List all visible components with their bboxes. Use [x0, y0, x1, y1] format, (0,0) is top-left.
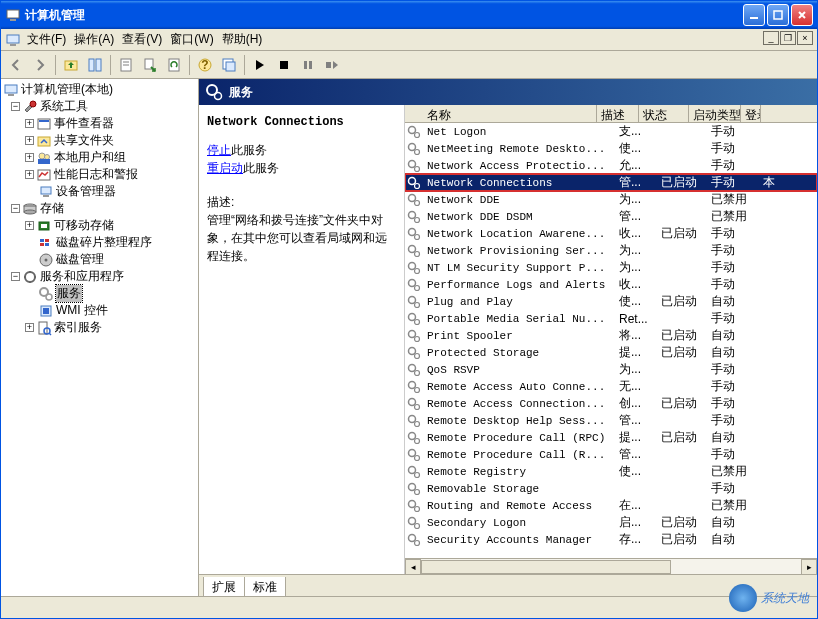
tree-storage[interactable]: − 存储: [3, 200, 196, 217]
refresh-button[interactable]: [163, 54, 185, 76]
service-row[interactable]: Protected Storage提...已启动自动: [405, 344, 817, 361]
expand-icon[interactable]: +: [25, 221, 34, 230]
tree-device-manager[interactable]: 设备管理器: [3, 183, 196, 200]
service-row[interactable]: Network DDE为...已禁用: [405, 191, 817, 208]
pause-service-button[interactable]: [297, 54, 319, 76]
service-row[interactable]: Network Location Awarene...收...已启动手动: [405, 225, 817, 242]
service-row[interactable]: Portable Media Serial Nu...Ret...手动: [405, 310, 817, 327]
menu-view[interactable]: 查看(V): [122, 31, 162, 48]
col-name[interactable]: 名称: [405, 105, 597, 122]
service-row[interactable]: Security Accounts Manager存...已启动自动: [405, 531, 817, 548]
stop-service-link[interactable]: 停止: [207, 143, 231, 157]
expand-icon[interactable]: +: [25, 119, 34, 128]
start-service-button[interactable]: [249, 54, 271, 76]
app-icon: [5, 7, 21, 23]
properties-button[interactable]: [115, 54, 137, 76]
cell-name: Network DDE: [423, 194, 615, 206]
desc-text: 管理“网络和拨号连接”文件夹中对象，在其中您可以查看局域网和远程连接。: [207, 211, 396, 265]
cell-name: Remote Desktop Help Sess...: [423, 415, 615, 427]
restart-service-link[interactable]: 重启动: [207, 161, 243, 175]
service-row[interactable]: Remote Registry使...已禁用: [405, 463, 817, 480]
restart-service-button[interactable]: [321, 54, 343, 76]
help-button[interactable]: ?: [194, 54, 216, 76]
tree-local-users[interactable]: + 本地用户和组: [3, 149, 196, 166]
back-button[interactable]: [5, 54, 27, 76]
scroll-thumb[interactable]: [421, 560, 671, 574]
horizontal-scrollbar[interactable]: ◂ ▸: [405, 558, 817, 574]
svg-rect-21: [326, 62, 331, 68]
expand-icon[interactable]: +: [25, 136, 34, 145]
service-list[interactable]: 名称 描述 状态 启动类型 登录为 Net Logon支...手动NetMeet…: [405, 105, 817, 574]
scroll-left-button[interactable]: ◂: [405, 559, 421, 575]
svg-point-28: [39, 153, 45, 159]
tree-indexing[interactable]: + 索引服务: [3, 319, 196, 336]
service-row[interactable]: Remote Access Connection...创...已启动手动: [405, 395, 817, 412]
service-row[interactable]: Remote Procedure Call (R...管...手动: [405, 446, 817, 463]
scroll-right-button[interactable]: ▸: [801, 559, 817, 575]
service-row[interactable]: NT LM Security Support P...为...手动: [405, 259, 817, 276]
mdi-restore-button[interactable]: ❐: [780, 31, 796, 45]
service-row[interactable]: Routing and Remote Access在...已禁用: [405, 497, 817, 514]
service-row[interactable]: Network DDE DSDM管...已禁用: [405, 208, 817, 225]
tree-system-tools[interactable]: − 系统工具: [3, 98, 196, 115]
tree-shared-folders[interactable]: + 共享文件夹: [3, 132, 196, 149]
mdi-minimize-button[interactable]: _: [763, 31, 779, 45]
up-button[interactable]: [60, 54, 82, 76]
tree-disk-mgmt[interactable]: 磁盘管理: [3, 251, 196, 268]
tree-panel[interactable]: 计算机管理(本地) − 系统工具 + 事件查看器 + 共享文件夹: [1, 79, 199, 596]
menu-file[interactable]: 文件(F): [27, 31, 66, 48]
expand-icon[interactable]: +: [25, 153, 34, 162]
col-desc[interactable]: 描述: [597, 105, 639, 122]
mdi-system-icon[interactable]: [5, 32, 21, 48]
tree-services-apps[interactable]: − 服务和应用程序: [3, 268, 196, 285]
maximize-button[interactable]: [767, 4, 789, 26]
service-row[interactable]: Print Spooler将...已启动自动: [405, 327, 817, 344]
service-row[interactable]: Secondary Logon启...已启动自动: [405, 514, 817, 531]
col-logon[interactable]: 登录为: [741, 105, 761, 122]
service-row[interactable]: Plug and Play使...已启动自动: [405, 293, 817, 310]
service-row[interactable]: Network Access Protectio...允...手动: [405, 157, 817, 174]
menu-help[interactable]: 帮助(H): [222, 31, 263, 48]
cell-name: Net Logon: [423, 126, 615, 138]
gear-icon: [405, 244, 423, 258]
gear-icon: [405, 448, 423, 462]
service-row[interactable]: NetMeeting Remote Deskto...使...手动: [405, 140, 817, 157]
mdi-close-button[interactable]: ×: [797, 31, 813, 45]
new-window-button[interactable]: [218, 54, 240, 76]
col-startup[interactable]: 启动类型: [689, 105, 741, 122]
menu-action[interactable]: 操作(A): [74, 31, 114, 48]
collapse-icon[interactable]: −: [11, 272, 20, 281]
tree-event-viewer[interactable]: + 事件查看器: [3, 115, 196, 132]
svg-point-74: [415, 285, 420, 290]
tree-defrag[interactable]: 磁盘碎片整理程序: [3, 234, 196, 251]
show-hide-button[interactable]: [84, 54, 106, 76]
stop-service-button[interactable]: [273, 54, 295, 76]
menu-window[interactable]: 窗口(W): [170, 31, 213, 48]
scroll-track[interactable]: [421, 559, 801, 575]
service-row[interactable]: Network Provisioning Ser...为...手动: [405, 242, 817, 259]
close-button[interactable]: [791, 4, 813, 26]
col-status[interactable]: 状态: [639, 105, 689, 122]
collapse-icon[interactable]: −: [11, 102, 20, 111]
expand-icon[interactable]: +: [25, 170, 34, 179]
export-button[interactable]: [139, 54, 161, 76]
expand-icon[interactable]: +: [25, 323, 34, 332]
tree-root[interactable]: 计算机管理(本地): [3, 81, 196, 98]
minimize-button[interactable]: [743, 4, 765, 26]
service-row[interactable]: Remote Desktop Help Sess...管...手动: [405, 412, 817, 429]
svg-point-78: [415, 319, 420, 324]
forward-button[interactable]: [29, 54, 51, 76]
service-row[interactable]: QoS RSVP为...手动: [405, 361, 817, 378]
service-row[interactable]: Removable Storage手动: [405, 480, 817, 497]
service-row[interactable]: Performance Logs and Alerts收...手动: [405, 276, 817, 293]
service-row[interactable]: Remote Access Auto Conne...无...手动: [405, 378, 817, 395]
service-row[interactable]: Net Logon支...手动: [405, 123, 817, 140]
service-row[interactable]: Remote Procedure Call (RPC)提...已启动自动: [405, 429, 817, 446]
tree-perf-logs[interactable]: + 性能日志和警报: [3, 166, 196, 183]
titlebar[interactable]: 计算机管理: [1, 1, 817, 29]
tree-removable[interactable]: + 可移动存储: [3, 217, 196, 234]
collapse-icon[interactable]: −: [11, 204, 20, 213]
service-row[interactable]: Network Connections管...已启动手动本: [405, 174, 817, 191]
tree-services[interactable]: 服务: [3, 285, 196, 302]
tree-wmi[interactable]: WMI 控件: [3, 302, 196, 319]
